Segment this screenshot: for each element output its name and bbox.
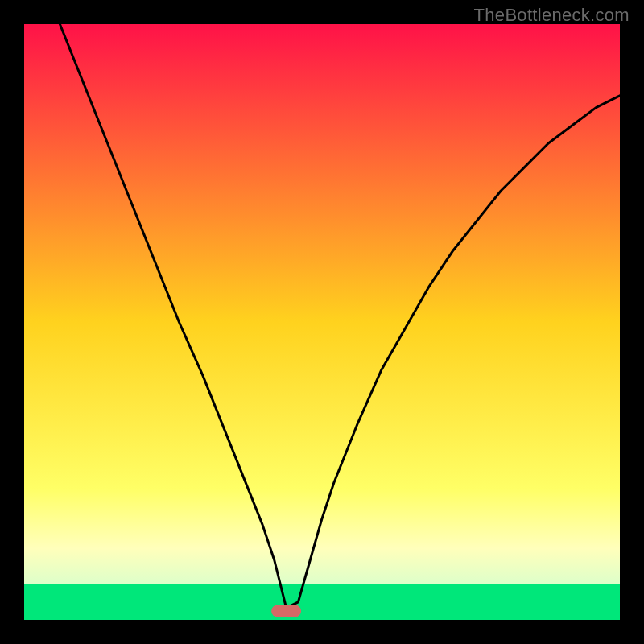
chart-stage: TheBottleneck.com (0, 0, 644, 644)
watermark-text: TheBottleneck.com (474, 5, 630, 26)
bottleneck-chart (24, 24, 620, 620)
chart-background (24, 24, 620, 620)
chart-svg (24, 24, 620, 620)
optimal-marker (271, 605, 301, 617)
green-band (24, 584, 620, 620)
